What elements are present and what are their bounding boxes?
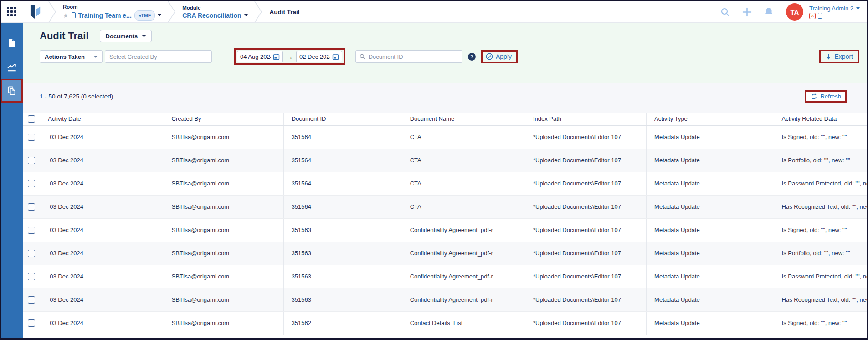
- sidebar-item-audit-trail[interactable]: [1, 79, 23, 103]
- annotation-export: Export: [819, 50, 859, 63]
- cell-activity-date: 03 Dec 2024: [40, 218, 164, 242]
- cell-activity-related-data: Has Recognized Text, old: "", new: "": [774, 195, 867, 218]
- sidebar-item-documents[interactable]: [1, 31, 23, 55]
- sidebar-item-reports[interactable]: [1, 55, 23, 79]
- breadcrumb-separator-icon: [168, 1, 176, 22]
- module-selector[interactable]: CRA Reconciliation: [182, 11, 241, 20]
- cell-activity-type: Metadata Update: [647, 218, 774, 242]
- date-to-field[interactable]: 02 Dec 2024: [296, 51, 342, 62]
- cell-index-path: *Uploaded Documents\Editor 107: [525, 311, 646, 335]
- cell-activity-type: Metadata Update: [647, 172, 774, 195]
- user-menu-button[interactable]: Training Admin 2: [809, 5, 860, 12]
- refresh-button[interactable]: Refresh: [811, 93, 841, 100]
- column-header-created-by[interactable]: Created By: [164, 113, 283, 125]
- row-checkbox[interactable]: [28, 319, 35, 327]
- left-sidebar: [1, 23, 23, 338]
- apply-label: Apply: [496, 53, 512, 60]
- list-toolbar: 1 - 50 of 7,625 (0 selected) Refresh: [23, 83, 867, 104]
- check-circle-icon: [486, 53, 493, 60]
- column-header-activity-type[interactable]: Activity Type: [647, 113, 774, 125]
- cell-document-id: 351563: [283, 218, 402, 242]
- select-all-checkbox[interactable]: [28, 115, 35, 123]
- cell-document-name: CTA: [402, 172, 525, 195]
- column-header-activity-related-data[interactable]: Activity Related Data: [774, 113, 867, 125]
- cell-created-by: SBTIsa@origami.com: [164, 195, 283, 218]
- room-type-badge: eTMF: [134, 10, 155, 21]
- cell-activity-date: 03 Dec 2024: [40, 311, 164, 335]
- row-checkbox[interactable]: [28, 227, 35, 234]
- column-header-document-name[interactable]: Document Name: [402, 113, 525, 125]
- annotation-refresh: Refresh: [805, 90, 847, 103]
- cell-document-id: 351564: [283, 125, 402, 149]
- refresh-label: Refresh: [820, 93, 841, 100]
- column-header-document-id[interactable]: Document ID: [283, 113, 402, 125]
- row-checkbox[interactable]: [28, 180, 35, 187]
- date-to-value: 02 Dec 2024: [299, 53, 330, 60]
- cell-activity-related-data: Is Signed, old: "", new: "": [774, 125, 867, 149]
- page-title: Audit Trail: [40, 30, 89, 42]
- table-row: 03 Dec 2024 SBTIsa@origami.com 351564 CT…: [23, 125, 867, 149]
- favorite-star-icon[interactable]: ★: [63, 12, 69, 19]
- cell-index-path: *Uploaded Documents\Editor 107: [525, 149, 646, 172]
- table-row: 03 Dec 2024 SBTIsa@origami.com 351563 Co…: [23, 218, 867, 242]
- cell-activity-related-data: Is Signed, old: "", new: "": [774, 311, 867, 335]
- help-icon[interactable]: ?: [468, 53, 476, 61]
- chevron-down-icon: [142, 35, 146, 37]
- date-from-field[interactable]: 04 Aug 2024: [237, 51, 283, 62]
- audit-table-container: Activity Date Created By Document ID Doc…: [23, 113, 867, 338]
- module-breadcrumb: Module CRA Reconciliation: [176, 1, 254, 22]
- row-checkbox[interactable]: [28, 273, 35, 280]
- table-body: 03 Dec 2024 SBTIsa@origami.com 351564 CT…: [23, 125, 867, 335]
- date-range-arrow-icon: →: [285, 53, 294, 61]
- cell-index-path: *Uploaded Documents\Editor 107: [525, 172, 646, 195]
- pagination-summary: 1 - 50 of 7,625 (0 selected): [40, 93, 113, 100]
- cell-created-by: SBTIsa@origami.com: [164, 242, 283, 265]
- global-search-button[interactable]: [720, 7, 730, 17]
- breadcrumb-current-page: Audit Trail: [262, 1, 307, 22]
- actions-taken-dropdown[interactable]: Actions Taken: [40, 50, 103, 63]
- table-row: 03 Dec 2024 SBTIsa@origami.com 351564 CT…: [23, 195, 867, 218]
- chevron-down-icon: [94, 56, 98, 58]
- app-logo[interactable]: [23, 1, 48, 22]
- cell-created-by: SBTIsa@origami.com: [164, 172, 283, 195]
- notifications-button[interactable]: [764, 7, 774, 17]
- room-dropdown-caret-icon[interactable]: [158, 14, 161, 16]
- column-header-activity-date[interactable]: Activity Date: [40, 113, 164, 125]
- row-checkbox[interactable]: [28, 157, 35, 164]
- cell-index-path: *Uploaded Documents\Editor 107: [525, 218, 646, 242]
- room-device-icon: [72, 12, 76, 18]
- avatar[interactable]: TA: [786, 3, 803, 21]
- cell-activity-date: 03 Dec 2024: [40, 288, 164, 311]
- row-checkbox[interactable]: [28, 296, 35, 304]
- actions-taken-label: Actions Taken: [45, 53, 85, 60]
- row-checkbox[interactable]: [28, 250, 35, 257]
- annotation-apply: Apply: [481, 50, 518, 63]
- created-by-input[interactable]: [105, 50, 212, 63]
- table-row: 03 Dec 2024 SBTIsa@origami.com 351562 Co…: [23, 311, 867, 335]
- logo-icon: [26, 3, 44, 21]
- cell-created-by: SBTIsa@origami.com: [164, 288, 283, 311]
- app-grid-menu-button[interactable]: [1, 1, 23, 22]
- export-button[interactable]: Export: [825, 53, 853, 60]
- cell-activity-type: Metadata Update: [647, 149, 774, 172]
- user-dropdown-caret-icon: [856, 7, 860, 10]
- select-all-header: [23, 113, 40, 125]
- cell-activity-type: Metadata Update: [647, 125, 774, 149]
- cell-created-by: SBTIsa@origami.com: [164, 218, 283, 242]
- download-arrow-icon: [825, 53, 832, 60]
- cell-activity-type: Metadata Update: [647, 242, 774, 265]
- scope-dropdown-button[interactable]: Documents: [100, 30, 152, 42]
- room-selector[interactable]: Training Team e...: [78, 11, 132, 20]
- row-checkbox[interactable]: [28, 134, 35, 141]
- user-name: Training Admin 2: [809, 5, 853, 12]
- apply-button[interactable]: Apply: [486, 53, 512, 60]
- user-menu: Training Admin 2 A: [809, 5, 860, 19]
- row-checkbox[interactable]: [28, 203, 35, 211]
- cell-document-name: CTA: [402, 125, 525, 149]
- column-header-index-path[interactable]: Index Path: [525, 113, 646, 125]
- module-dropdown-caret-icon[interactable]: [244, 14, 248, 16]
- create-new-button[interactable]: [742, 7, 752, 17]
- cell-activity-type: Metadata Update: [647, 311, 774, 335]
- document-id-input[interactable]: [369, 53, 458, 60]
- scope-dropdown-value: Documents: [106, 33, 138, 40]
